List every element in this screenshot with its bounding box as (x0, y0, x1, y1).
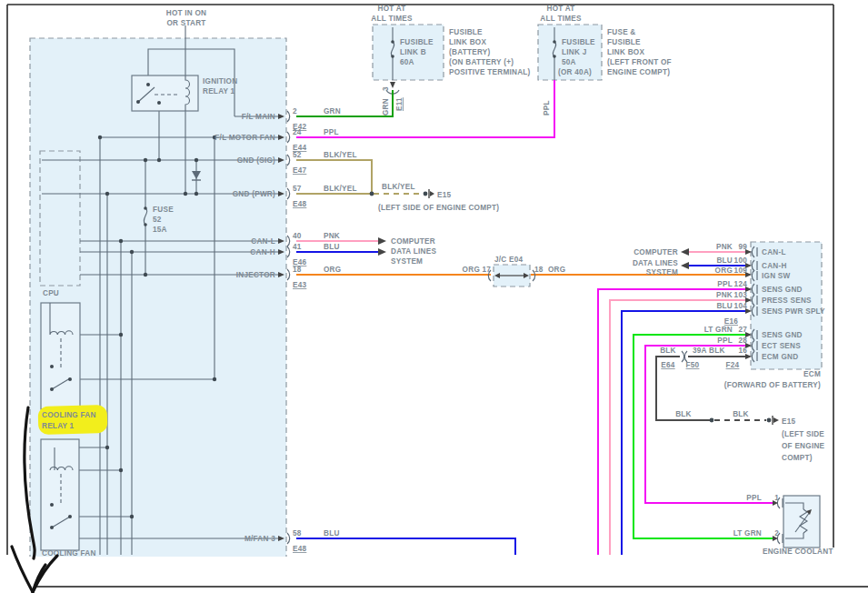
ecm-gnd-splice-e15: BLK BLK E15 (LEFT SIDE OF ENGINE COMPT) (675, 410, 824, 462)
svg-text:SYSTEM: SYSTEM (646, 268, 678, 276)
svg-text:100: 100 (734, 256, 748, 265)
ecm-location: (FORWARD OF BATTERY) (724, 381, 821, 389)
svg-text:1: 1 (774, 494, 779, 502)
svg-text:LINK B: LINK B (400, 48, 426, 56)
e16-label: E16 (724, 317, 739, 326)
row-label: CAN-L (251, 237, 275, 246)
row-label: INJECTOR (236, 271, 275, 279)
svg-text:PPL: PPL (717, 280, 733, 288)
svg-text:RELAY 1: RELAY 1 (203, 87, 235, 95)
wiring-diagram: CPU FUSE 52 15A (0, 0, 868, 593)
svg-text:COMPUTER: COMPUTER (391, 237, 435, 246)
svg-text:ECT SENS: ECT SENS (762, 342, 801, 350)
svg-text:FUSIBLE: FUSIBLE (607, 38, 641, 46)
svg-text:ALL TIMES: ALL TIMES (371, 15, 413, 23)
svg-text:SENS GND: SENS GND (762, 286, 803, 294)
row-label: F/L MAIN (242, 113, 275, 121)
svg-text:COMPUTER: COMPUTER (634, 248, 678, 256)
svg-text:BLK: BLK (675, 410, 692, 418)
fusible-link-j: HOT AT ALL TIMES FUSIBLE LINK J 50A (OR … (538, 5, 672, 116)
svg-text:(LEFT SIDE: (LEFT SIDE (782, 430, 824, 438)
datalines-left: COMPUTER DATA LINES SYSTEM (378, 237, 436, 266)
hot-in-on-label: HOT IN ON (166, 9, 207, 17)
svg-text:ENGINE COMPT): ENGINE COMPT) (607, 68, 670, 76)
svg-text:OR START: OR START (166, 19, 205, 27)
svg-text:E64: E64 (661, 361, 675, 369)
grn-vertical-label: GRN (382, 98, 390, 116)
svg-text:50A: 50A (562, 58, 576, 66)
svg-text:58: 58 (293, 529, 302, 538)
svg-text:FUSIBLE: FUSIBLE (449, 28, 483, 36)
svg-text:SENS PWR SPLY: SENS PWR SPLY (762, 307, 825, 316)
svg-text:BLK: BLK (660, 347, 676, 355)
svg-text:99: 99 (738, 243, 747, 251)
svg-text:18: 18 (534, 266, 544, 274)
svg-text:SENS GND: SENS GND (762, 331, 803, 339)
svg-text:BLK/YEL: BLK/YEL (382, 183, 415, 191)
svg-text:17: 17 (482, 266, 491, 274)
svg-text:COMPT): COMPT) (782, 454, 813, 462)
svg-text:PPL: PPL (746, 494, 762, 502)
svg-text:3: 3 (382, 86, 390, 91)
gnd-splice-e15: BLK/YEL E15 (LEFT SIDE OF ENGINE COMPT) (370, 183, 500, 212)
ecm-title: ECM (803, 370, 821, 378)
svg-text:POSITIVE TERMINAL): POSITIVE TERMINAL) (449, 68, 531, 76)
svg-text:LT GRN: LT GRN (704, 326, 733, 334)
svg-text:(OR 40A): (OR 40A) (558, 68, 592, 76)
svg-text:16: 16 (738, 347, 747, 355)
coolant-sensor-label: ENGINE COOLANT (763, 548, 833, 556)
svg-text:IGN SW: IGN SW (762, 272, 791, 280)
row-connector-symbols (287, 111, 290, 544)
svg-text:E48: E48 (293, 545, 307, 553)
svg-text:RELAY 1: RELAY 1 (42, 422, 75, 430)
svg-text:DATA LINES: DATA LINES (633, 259, 678, 267)
svg-text:BLK: BLK (733, 410, 749, 418)
svg-text:52: 52 (153, 216, 162, 224)
svg-text:CAN-L: CAN-L (762, 248, 786, 256)
svg-text:18: 18 (293, 266, 302, 274)
svg-text:F24: F24 (726, 361, 740, 369)
e15-right-label: E15 (782, 417, 796, 426)
svg-text:BLU: BLU (324, 243, 340, 251)
diagram-cut-band (8, 557, 868, 586)
svg-text:BLK/YEL: BLK/YEL (324, 185, 357, 193)
svg-text:39A BLK: 39A BLK (693, 347, 725, 355)
svg-text:124: 124 (734, 280, 748, 288)
svg-text:OF ENGINE: OF ENGINE (782, 442, 825, 450)
svg-text:FUSE &: FUSE & (607, 28, 636, 36)
svg-text:ORG: ORG (548, 266, 565, 274)
svg-text:103: 103 (734, 291, 748, 299)
row-label: CAN-H (250, 248, 275, 256)
svg-text:LINK BOX: LINK BOX (607, 48, 644, 56)
svg-text:PNK: PNK (324, 232, 340, 240)
svg-text:FUSIBLE: FUSIBLE (562, 38, 595, 46)
svg-text:PPL: PPL (324, 128, 339, 136)
cooling-fan-relay-2-label: COOLING FAN (42, 549, 96, 558)
svg-text:28: 28 (738, 337, 747, 345)
svg-text:2: 2 (774, 529, 779, 538)
svg-text:60A: 60A (400, 58, 414, 66)
svg-text:HOT AT: HOT AT (377, 5, 405, 13)
svg-text:BLK/YEL: BLK/YEL (324, 151, 357, 159)
svg-text:41: 41 (293, 243, 302, 251)
svg-text:BLU: BLU (716, 302, 733, 310)
svg-text:24: 24 (293, 128, 302, 136)
svg-text:104: 104 (734, 302, 748, 310)
row-label: M/FAN 3 (244, 535, 275, 543)
svg-text:(LEFT SIDE OF ENGINE COMPT): (LEFT SIDE OF ENGINE COMPT) (378, 204, 499, 212)
svg-text:ALL TIMES: ALL TIMES (540, 15, 582, 23)
svg-text:27: 27 (738, 326, 747, 334)
svg-text:HOT AT: HOT AT (546, 5, 574, 13)
svg-text:57: 57 (293, 185, 302, 193)
svg-text:E43: E43 (293, 281, 307, 289)
ignition-relay-label: IGNITION (203, 77, 237, 85)
svg-text:PNK: PNK (716, 291, 733, 299)
svg-text:ORG: ORG (715, 266, 733, 275)
e15-label: E15 (437, 191, 452, 199)
svg-text:F50: F50 (686, 361, 700, 369)
svg-text:PPL: PPL (717, 337, 733, 345)
svg-text:ECM GND: ECM GND (762, 353, 798, 361)
svg-text:E47: E47 (293, 166, 307, 175)
svg-text:SYSTEM: SYSTEM (391, 257, 423, 266)
row-label: F/L MOTOR FAN (215, 134, 275, 142)
